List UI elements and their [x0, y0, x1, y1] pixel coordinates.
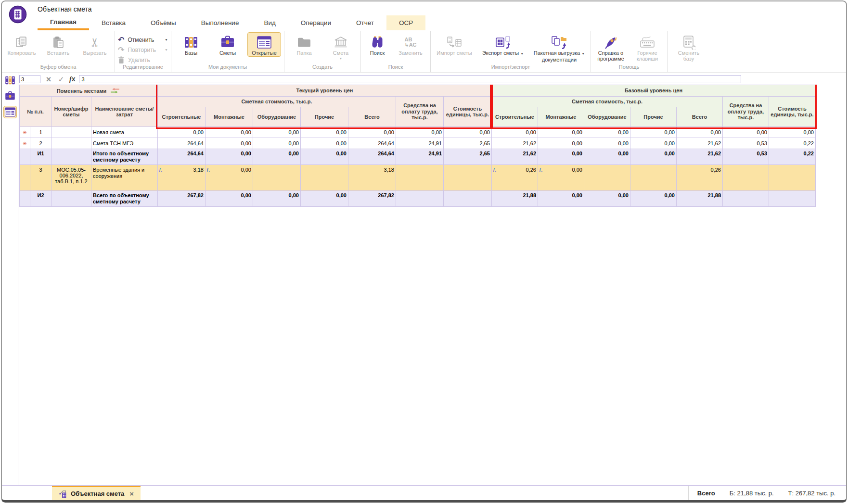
value-cell[interactable]: 0,00 — [538, 191, 584, 207]
value-cell[interactable]: 0,00 — [630, 149, 677, 165]
value-cell[interactable]: 3,18 — [348, 165, 396, 191]
value-cell[interactable]: 21,62 — [492, 138, 538, 149]
value-cell[interactable]: 0,00 — [301, 191, 348, 207]
row-code-cell[interactable] — [51, 149, 91, 165]
document-tab[interactable]: Объектная смета × — [52, 486, 141, 500]
value-cell[interactable] — [723, 191, 769, 207]
value-cell[interactable]: 264,64 — [348, 149, 396, 165]
row-num-cell[interactable]: 1 — [30, 127, 51, 138]
value-cell[interactable]: 0,00 — [630, 138, 677, 149]
row-marker-cell[interactable]: ✳ — [20, 138, 30, 149]
value-cell[interactable]: 0,00 — [253, 191, 301, 207]
formula-input[interactable] — [79, 75, 741, 83]
undo-dropdown-caret[interactable]: ▼ — [165, 38, 168, 41]
row-code-cell[interactable] — [51, 138, 91, 149]
value-cell[interactable]: 0,26 — [677, 165, 723, 191]
tab-Объёмы[interactable]: Объёмы — [138, 15, 189, 30]
value-cell[interactable]: 264,64 — [158, 138, 206, 149]
batch-dropdown-caret[interactable]: ▼ — [581, 52, 585, 55]
undo-button[interactable]: ↶ Отменить ▼ — [118, 36, 168, 44]
value-cell[interactable]: 0,00 — [492, 127, 538, 138]
copy-button[interactable]: Копировать — [5, 32, 39, 56]
value-cell[interactable]: 0,00 — [253, 149, 301, 165]
value-cell[interactable]: 0,00 — [301, 138, 348, 149]
row-code-cell[interactable]: МОС.05.05-006.2022, таб.В.1, п.1.2 — [51, 165, 91, 191]
value-cell[interactable]: 2,65 — [444, 138, 492, 149]
rail-estimates-button[interactable] — [3, 90, 17, 102]
value-cell[interactable]: 0,00 — [630, 191, 677, 207]
batch-export-button[interactable]: Пакетная выгрузка ▼документации — [531, 32, 588, 63]
value-cell[interactable] — [253, 165, 301, 191]
row-num-cell[interactable]: 3 — [30, 165, 51, 191]
row-marker-cell[interactable] — [20, 191, 30, 207]
row-marker-cell[interactable]: ✳ — [20, 127, 30, 138]
value-cell[interactable]: 0,00 — [206, 127, 253, 138]
row-code-cell[interactable] — [51, 127, 91, 138]
replace-button[interactable]: AB↳AC Заменить — [394, 32, 427, 56]
value-cell[interactable]: 0,00 — [206, 138, 253, 149]
row-num-cell[interactable]: 2 — [30, 138, 51, 149]
rail-bases-button[interactable] — [3, 74, 17, 87]
row-name-cell[interactable]: Итого по объектному сметному расчету — [91, 149, 158, 165]
estimate-dropdown-caret[interactable]: ▼ — [339, 57, 343, 60]
value-cell[interactable]: 0,00 — [584, 191, 630, 207]
export-dropdown-caret[interactable]: ▼ — [520, 52, 524, 55]
tab-Операции[interactable]: Операции — [288, 15, 344, 30]
value-cell[interactable]: 264,64 — [348, 138, 396, 149]
value-cell[interactable]: 0,00 — [206, 191, 253, 207]
tab-Отчет[interactable]: Отчет — [344, 15, 386, 30]
value-cell[interactable]: 0,53 — [723, 138, 769, 149]
paste-button[interactable]: Вставить — [41, 32, 75, 56]
rail-opened-button[interactable] — [3, 106, 17, 118]
tab-Вид[interactable]: Вид — [251, 15, 288, 30]
value-cell[interactable]: 2,65 — [444, 149, 492, 165]
estimates-button[interactable]: Сметы — [211, 32, 244, 56]
about-button[interactable]: Справка опрограмме — [594, 32, 628, 62]
value-cell[interactable]: 21,62 — [677, 149, 723, 165]
row-name-cell[interactable]: Всего по объектному сметному расчету — [91, 191, 158, 207]
row-name-cell[interactable]: Новая смета — [91, 127, 158, 138]
value-cell[interactable]: 0,53 — [723, 149, 769, 165]
search-button[interactable]: Поиск — [364, 32, 391, 56]
value-cell[interactable]: fx0,00 — [206, 165, 253, 191]
redo-button[interactable]: ↷ Повторить ▼ — [118, 46, 168, 54]
row-name-cell[interactable]: Смета ТСН МГЭ — [91, 138, 158, 149]
value-cell[interactable] — [630, 165, 677, 191]
value-cell[interactable]: 0,00 — [444, 127, 492, 138]
cancel-formula-icon[interactable]: × — [44, 75, 53, 84]
value-cell[interactable]: 0,00 — [206, 149, 253, 165]
value-cell[interactable]: fx0,26 — [492, 165, 538, 191]
opened-button[interactable]: Открытые — [247, 32, 281, 57]
value-cell[interactable] — [769, 191, 816, 207]
value-cell[interactable]: 0,00 — [538, 127, 584, 138]
redo-dropdown-caret[interactable]: ▼ — [165, 48, 168, 51]
value-cell[interactable]: 0,00 — [253, 127, 301, 138]
value-cell[interactable]: 0,00 — [538, 149, 584, 165]
row-code-cell[interactable] — [51, 191, 91, 207]
cell-reference-input[interactable] — [19, 75, 40, 83]
value-cell[interactable]: 0,22 — [769, 138, 816, 149]
value-cell[interactable]: 21,88 — [492, 191, 538, 207]
swap-columns-button[interactable]: Поменять местами — [20, 85, 158, 97]
value-cell[interactable]: 0,00 — [723, 127, 769, 138]
value-cell[interactable] — [396, 191, 444, 207]
value-cell[interactable]: 0,00 — [538, 138, 584, 149]
value-cell[interactable]: 21,62 — [492, 149, 538, 165]
close-tab-icon[interactable]: × — [129, 490, 134, 498]
switch-base-button[interactable]: Сменитьбазу — [672, 32, 706, 62]
delete-button[interactable]: Удалить — [118, 56, 168, 64]
value-cell[interactable]: 21,62 — [677, 138, 723, 149]
value-cell[interactable]: fx3,18 — [158, 165, 206, 191]
value-cell[interactable]: 0,00 — [158, 127, 206, 138]
value-cell[interactable]: 0,00 — [677, 127, 723, 138]
value-cell[interactable] — [444, 165, 492, 191]
folder-button[interactable]: Папка — [287, 32, 321, 56]
value-cell[interactable]: 264,64 — [158, 149, 206, 165]
value-cell[interactable]: 0,00 — [584, 127, 630, 138]
value-cell[interactable]: 24,91 — [396, 149, 444, 165]
row-name-cell[interactable]: Временные здания и сооружения — [91, 165, 158, 191]
tab-Главная[interactable]: Главная — [38, 15, 89, 30]
value-cell[interactable]: 21,88 — [677, 191, 723, 207]
tab-Выполнение[interactable]: Выполнение — [189, 15, 252, 30]
value-cell[interactable]: 0,00 — [630, 127, 677, 138]
